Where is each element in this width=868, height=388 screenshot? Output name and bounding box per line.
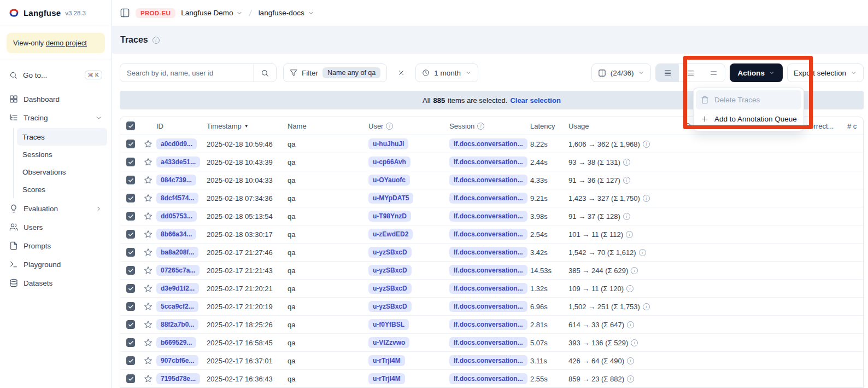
table-row[interactable]: 07265c7a... 2025-02-17 21:21:43 qa u-yzS…	[120, 262, 863, 280]
session-badge[interactable]: lf.docs.conversation...	[449, 193, 527, 204]
star-icon[interactable]	[140, 230, 156, 239]
trace-id-badge[interactable]: 88f2a7b0...	[156, 319, 198, 330]
star-icon[interactable]	[140, 356, 156, 365]
table-row[interactable]: 88f2a7b0... 2025-02-17 18:25:26 qa u-f0Y…	[120, 316, 863, 334]
user-badge[interactable]: u-yzSBxcD	[368, 265, 412, 276]
actions-button[interactable]: Actions	[730, 63, 783, 82]
trace-id-badge[interactable]: d3e9d1f2...	[156, 283, 199, 294]
project-selector[interactable]: langfuse-docs	[259, 9, 314, 17]
star-icon[interactable]	[140, 374, 156, 383]
user-badge[interactable]: u-cp66Avh	[368, 157, 410, 167]
table-row[interactable]: a0cd0d9... 2025-02-18 10:59:46 qa u-huJh…	[120, 135, 863, 153]
user-badge[interactable]: u-T98YnzD	[368, 211, 411, 222]
menu-item-add-to-annotation-queue[interactable]: Add to Annotation Queue	[696, 109, 801, 129]
user-badge[interactable]: u-rTrjI4M	[368, 355, 405, 366]
col-header-user[interactable]: Useri	[368, 122, 449, 130]
col-header-name[interactable]: Name	[288, 122, 368, 130]
col-header-session[interactable]: Sessioni	[449, 122, 530, 130]
star-icon[interactable]	[140, 338, 156, 347]
table-row[interactable]: ba8a208f... 2025-02-17 21:27:46 qa u-yzS…	[120, 244, 863, 262]
time-range-button[interactable]: 1 month	[415, 63, 478, 82]
row-checkbox[interactable]	[126, 356, 135, 365]
star-icon[interactable]	[140, 320, 156, 329]
session-badge[interactable]: lf.docs.conversation...	[449, 157, 527, 167]
row-checkbox[interactable]	[126, 176, 135, 184]
table-row[interactable]: 084c739... 2025-02-18 10:04:33 qa u-OYau…	[120, 171, 863, 189]
session-badge[interactable]: lf.docs.conversation...	[449, 355, 527, 366]
row-height-small-button[interactable]	[656, 64, 679, 82]
row-height-medium-button[interactable]	[679, 64, 702, 82]
row-checkbox[interactable]	[126, 158, 135, 166]
goto-search[interactable]: Go to... ⌘ K	[4, 66, 107, 84]
session-badge[interactable]: lf.docs.conversation...	[449, 283, 527, 294]
star-icon[interactable]	[140, 212, 156, 221]
row-checkbox[interactable]	[126, 248, 135, 257]
clear-selection-link[interactable]: Clear selection	[510, 96, 561, 105]
user-badge[interactable]: u-VIZzvwo	[368, 337, 409, 348]
row-checkbox[interactable]	[126, 194, 135, 202]
star-icon[interactable]	[140, 140, 156, 148]
org-selector[interactable]: Langfuse Demo	[181, 9, 243, 17]
trace-id-badge[interactable]: 084c739...	[156, 175, 196, 186]
row-checkbox[interactable]	[126, 212, 135, 221]
sidebar-item-prompts[interactable]: Prompts	[4, 236, 107, 255]
trace-id-badge[interactable]: 5cca9cf2...	[156, 301, 198, 312]
sidebar-item-evaluation[interactable]: Evaluation	[4, 199, 107, 218]
table-row[interactable]: b669529... 2025-02-17 16:58:45 qa u-VIZz…	[120, 334, 863, 352]
trace-id-badge[interactable]: dd05753...	[156, 211, 197, 222]
trace-id-badge[interactable]: 07265c7a...	[156, 265, 200, 276]
col-header-timestamp[interactable]: Timestamp▼	[207, 122, 288, 130]
row-checkbox[interactable]	[126, 374, 135, 383]
star-icon[interactable]	[140, 248, 156, 257]
table-row[interactable]: a433de51... 2025-02-18 10:43:39 qa u-cp6…	[120, 153, 863, 171]
search-input[interactable]	[120, 69, 253, 77]
select-all-checkbox[interactable]	[126, 121, 135, 130]
star-icon[interactable]	[140, 176, 156, 184]
table-row[interactable]: dd05753... 2025-02-18 05:13:54 qa u-T98Y…	[120, 207, 863, 225]
clear-filter-icon[interactable]	[394, 65, 409, 80]
row-checkbox[interactable]	[126, 140, 135, 148]
session-badge[interactable]: lf.docs.conversation...	[449, 138, 527, 149]
trace-id-badge[interactable]: 8dcf4574...	[156, 193, 198, 204]
user-badge[interactable]: u-huJhuJi	[368, 138, 408, 149]
sidebar-item-playground[interactable]: Playground	[4, 255, 107, 274]
table-row[interactable]: 8dcf4574... 2025-02-18 07:34:36 qa u-MYp…	[120, 189, 863, 207]
sidebar-item-observations[interactable]: Observations	[17, 163, 107, 181]
session-badge[interactable]: lf.docs.conversation...	[449, 265, 527, 276]
menu-item-delete-traces[interactable]: Delete Traces	[696, 90, 801, 109]
table-row[interactable]: 907cbf6e... 2025-02-17 16:37:01 qa u-rTr…	[120, 352, 863, 370]
star-icon[interactable]	[140, 284, 156, 293]
row-checkbox[interactable]	[126, 266, 135, 275]
session-badge[interactable]: lf.docs.conversation...	[449, 175, 527, 186]
session-badge[interactable]: lf.docs.conversation...	[449, 229, 527, 240]
star-icon[interactable]	[140, 194, 156, 202]
session-badge[interactable]: lf.docs.conversation...	[449, 211, 527, 222]
row-checkbox[interactable]	[126, 230, 135, 239]
demo-project-link[interactable]: demo project	[46, 39, 87, 47]
sidebar-item-scores[interactable]: Scores	[17, 181, 107, 198]
session-badge[interactable]: lf.docs.conversation...	[449, 337, 527, 348]
sidebar-item-users[interactable]: Users	[4, 218, 107, 236]
user-badge[interactable]: u-f0YfBSL	[368, 319, 409, 330]
search-icon[interactable]	[253, 64, 276, 82]
panel-toggle-icon[interactable]	[120, 8, 130, 18]
col-header-latency[interactable]: Latency	[530, 122, 568, 130]
session-badge[interactable]: lf.docs.conversation...	[449, 301, 527, 312]
star-icon[interactable]	[140, 158, 156, 166]
table-row[interactable]: d3e9d1f2... 2025-02-17 21:20:21 qa u-yzS…	[120, 280, 863, 298]
sidebar-item-traces[interactable]: Traces	[17, 128, 107, 146]
trace-id-badge[interactable]: 8b66a34...	[156, 229, 196, 240]
star-icon[interactable]	[140, 266, 156, 275]
sidebar-item-dashboard[interactable]: Dashboard	[4, 90, 107, 108]
columns-button[interactable]: (24/36)	[591, 63, 652, 82]
export-selection-button[interactable]: Export selection	[787, 63, 864, 82]
user-badge[interactable]: u-MYpDAT5	[368, 193, 413, 204]
col-header-usage[interactable]: Usage	[568, 122, 684, 130]
filter-button[interactable]: Filter Name any of qa	[283, 63, 387, 82]
row-height-large-button[interactable]	[702, 64, 725, 82]
row-checkbox[interactable]	[126, 284, 135, 293]
user-badge[interactable]: u-rTrjI4M	[368, 373, 405, 384]
row-checkbox[interactable]	[126, 302, 135, 311]
user-badge[interactable]: u-yzSBxcD	[368, 301, 412, 312]
trace-id-badge[interactable]: b669529...	[156, 337, 196, 348]
